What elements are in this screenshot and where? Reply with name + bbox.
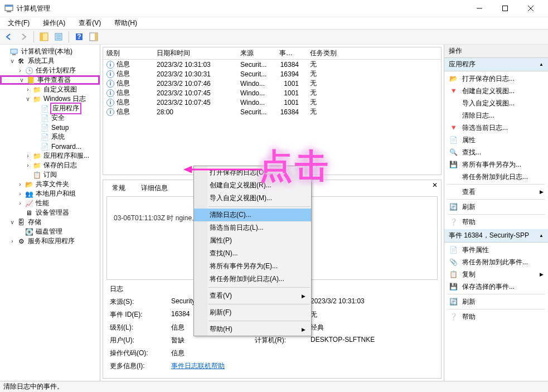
action-event-props[interactable]: 📄事件属性 [444,244,548,256]
services-icon: ⚙ [17,237,26,246]
menu-help[interactable]: 帮助(H) [110,17,142,29]
actions-pane: 操作 应用程序▲ 📂打开保存的日志... 🔻创建自定义视图... 导入自定义视图… [444,45,548,381]
tree-setup-log[interactable]: 📄Setup [0,123,100,132]
lbl-more: 更多信息(I): [110,361,171,371]
svg-rect-18 [12,54,16,55]
actions-pane-button[interactable] [87,30,100,43]
col-date[interactable]: 日期和时间 [153,47,237,59]
event-viewer-icon: 📒 [26,76,35,85]
tree-local-users[interactable]: ›👥本地用户和组 [0,189,100,199]
ctx-save-all[interactable]: 将所有事件另存为(E)... [194,260,311,273]
tree-shared-folders[interactable]: ›📂共享文件夹 [0,180,100,189]
tree-device-manager[interactable]: 🖥设备管理器 [0,208,100,217]
copy-icon: 📋 [449,270,458,279]
actions-section-application[interactable]: 应用程序▲ [444,58,548,71]
action-open-saved[interactable]: 📂打开保存的日志... [444,72,548,85]
action-attach-event[interactable]: 📎将任务附加到此事件... [444,256,548,268]
show-tree-button[interactable] [37,30,51,43]
table-row[interactable]: i信息2023/3/2 10:07:46Windo...1001无 [103,79,441,88]
ctx-properties[interactable]: 属性(P) [194,234,311,247]
menu-file[interactable]: 文件(F) [3,17,34,29]
action-find[interactable]: 🔍查找... [444,146,548,158]
ctx-refresh[interactable]: 刷新(F) [194,306,311,319]
tree-application-log[interactable]: 📄 应用程序 [0,104,100,113]
info-icon: i [106,108,114,116]
action-help[interactable]: ❔帮助 [444,216,548,228]
tab-general[interactable]: 常规 [108,182,130,194]
tree-custom-views[interactable]: ›📁自定义视图 [0,85,100,94]
action-create-view[interactable]: 🔻创建自定义视图... [444,85,548,97]
menu-action[interactable]: 操作(A) [38,17,70,29]
tree-disk-mgmt[interactable]: 💽磁盘管理 [0,227,100,236]
action-refresh-2[interactable]: 🔄刷新 [444,296,548,308]
minimize-button[interactable] [467,0,492,17]
info-icon: i [106,80,114,88]
ctx-view[interactable]: 查看(V)▶ [194,289,311,302]
table-row[interactable]: i信息2023/3/2 10:07:45Windo...1001无 [103,88,441,98]
collapse-icon: ▲ [539,62,544,67]
ctx-attach[interactable]: 将任务附加到此日志(A)... [194,273,311,285]
ctx-help[interactable]: 帮助(H)▶ [194,323,311,336]
info-icon: i [106,89,114,97]
action-save-selected[interactable]: 💾保存选择的事件... [444,280,548,293]
table-row[interactable]: i信息2023/3/2 10:30:31Securit...16394无 [103,69,441,79]
ctx-import-view[interactable]: 导入自定义视图(M)... [194,192,311,205]
detail-message: 03-06T01:11:03Z 时 ngine。 [114,214,198,222]
ctx-create-view[interactable]: 创建自定义视图(R)... [194,179,311,192]
tree-forwarded-log[interactable]: 📄Forward... [0,142,100,151]
detail-close-button[interactable]: ✕ [432,181,438,189]
action-import-view[interactable]: 导入自定义视图... [444,97,548,109]
col-category[interactable]: 任务类别 [307,47,346,59]
table-row[interactable]: i信息2023/3/2 10:31:03Securit...16384无 [103,60,441,69]
help-button[interactable]: ? [72,30,86,43]
table-row[interactable]: i信息2023/3/2 10:07:45Windo...1001无 [103,98,441,107]
tree-app-service-logs[interactable]: ›📁应用程序和服... [0,151,100,161]
tree-task-scheduler[interactable]: ›🕒任务计划程序 [0,66,100,75]
tree-event-viewer[interactable]: v📒事件查看器 [0,75,100,85]
chevron-right-icon: ▶ [540,189,544,195]
table-header: 级别 日期和时间 来源 事件 ID 任务类别 [103,47,441,60]
tab-details[interactable]: 详细信息 [137,182,172,194]
context-menu: 打开保存的日志(O)... 创建自定义视图(R)... 导入自定义视图(M)..… [193,166,312,336]
info-icon: i [106,61,114,69]
tree-saved-logs[interactable]: ›📁保存的日志 [0,161,100,170]
actions-section-event[interactable]: 事件 16384，Security-SPP▲ [444,229,548,243]
nav-forward-button[interactable] [17,30,30,43]
tree-subscriptions[interactable]: 📋订阅 [0,170,100,180]
ctx-find[interactable]: 查找(N)... [194,247,311,260]
action-properties[interactable]: 📄属性 [444,134,548,146]
properties-button[interactable] [52,30,65,43]
menu-view[interactable]: 查看(V) [74,17,105,29]
statusbar: 清除日志中的事件。 [0,381,548,392]
tree-system-tools[interactable]: v🛠系统工具 [0,56,100,66]
tree-services-apps[interactable]: ›⚙服务和应用程序 [0,236,100,246]
action-filter[interactable]: 🔻筛选当前日志... [444,122,548,134]
computer-icon [10,47,19,56]
val-time: 2023/3/2 10:31:03 [311,297,405,307]
tree-storage[interactable]: v🗄存储 [0,217,100,227]
action-clear-log[interactable]: 清除日志... [444,109,548,122]
col-level[interactable]: 级别 [103,47,153,59]
ctx-filter[interactable]: 筛选当前日志(L)... [194,221,311,234]
col-event-id[interactable]: 事件 ID [276,47,307,59]
action-save-all[interactable]: 💾将所有事件另存为... [444,158,548,171]
maximize-button[interactable] [492,0,518,17]
action-copy[interactable]: 📋复制▶ [444,268,548,280]
log-icon: 📄 [40,104,49,113]
tree-system-log[interactable]: 📄系统 [0,132,100,142]
tree-performance[interactable]: ›📈性能 [0,199,100,208]
action-attach[interactable]: 将任务附加到此日志... [444,171,548,183]
action-help-2[interactable]: ❔帮助 [444,311,548,323]
tree-root[interactable]: 计算机管理(本地) [0,47,100,56]
tree-security-log[interactable]: 📄安全 [0,113,100,123]
action-refresh[interactable]: 🔄刷新 [444,201,548,213]
col-source[interactable]: 来源 [237,47,276,59]
folder-icon: 📁 [32,161,41,170]
nav-back-button[interactable] [2,30,16,43]
table-row[interactable]: i信息28:00Securit...16384无 [103,107,441,117]
ctx-open-saved[interactable]: 打开保存的日志(O)... [194,166,311,179]
ctx-clear-log[interactable]: 清除日志(C)... [194,209,311,221]
action-view[interactable]: 查看▶ [444,186,548,198]
close-button[interactable] [518,0,544,17]
link-online-help[interactable]: 事件日志联机帮助 [171,361,255,371]
